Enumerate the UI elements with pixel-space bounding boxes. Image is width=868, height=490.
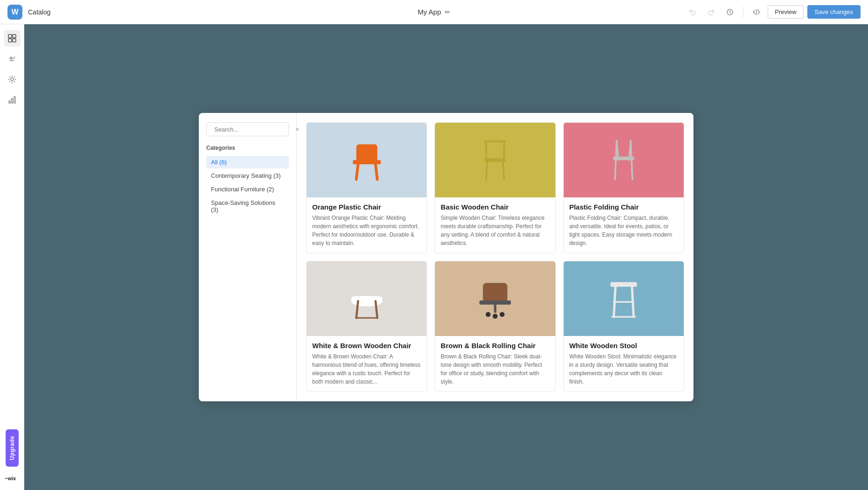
topbar-divider	[743, 7, 743, 18]
catalog-widget: × Categories All (6)Contemporary Seating…	[199, 113, 693, 401]
svg-rect-4	[13, 39, 16, 42]
svg-rect-2	[13, 35, 16, 38]
category-item-functional[interactable]: Functional Furniture (2)	[206, 183, 289, 196]
catalog-sidebar: × Categories All (6)Contemporary Seating…	[199, 113, 297, 401]
nav-icon-settings[interactable]	[4, 71, 21, 88]
undo-button[interactable]	[685, 5, 700, 20]
product-image-white-brown-chair	[307, 261, 427, 336]
product-desc-stool: White Wooden Stool: Minimalistic eleganc…	[569, 352, 678, 386]
left-nav: Upgrade ~wix	[0, 24, 24, 490]
categories-list: All (6)Contemporary Seating (3)Functiona…	[206, 156, 289, 216]
product-card-folding-chair[interactable]: Plastic Folding ChairPlastic Folding Cha…	[563, 122, 684, 253]
product-image-orange-chair	[307, 123, 427, 197]
product-image-wooden-chair	[435, 123, 555, 197]
svg-rect-11	[356, 144, 377, 162]
svg-line-19	[486, 162, 487, 180]
nav-icon-dashboard[interactable]	[4, 30, 21, 47]
product-desc-orange-chair: Vibrant Orange Plastic Chair: Melding mo…	[312, 214, 421, 247]
wix-logo: ~wix	[5, 474, 20, 483]
product-card-orange-chair[interactable]: Orange Plastic ChairVibrant Orange Plast…	[306, 122, 427, 253]
svg-rect-15	[484, 140, 506, 143]
upgrade-button[interactable]: Upgrade	[6, 429, 19, 467]
svg-line-13	[356, 164, 358, 179]
category-item-all[interactable]: All (6)	[206, 156, 289, 168]
product-desc-white-brown-chair: White & Brown Wooden Chair: A harmonious…	[312, 352, 421, 386]
product-image-stool	[564, 261, 684, 336]
product-name-stool: White Wooden Stool	[569, 342, 678, 350]
nav-icon-analytics[interactable]	[4, 91, 21, 108]
product-card-wooden-chair[interactable]: Basic Wooden ChairSimple Wooden Chair: T…	[434, 122, 555, 253]
product-card-rolling-chair[interactable]: Brown & Black Rolling ChairBrown & Black…	[434, 261, 555, 392]
app-logo: W	[7, 5, 22, 20]
svg-rect-3	[8, 39, 12, 42]
product-image-folding-chair	[564, 123, 684, 197]
product-name-orange-chair: Orange Plastic Chair	[312, 203, 421, 211]
svg-rect-37	[610, 282, 637, 287]
product-name-white-brown-chair: White & Brown Wooden Chair	[312, 342, 421, 350]
svg-point-5	[11, 78, 14, 81]
topbar-center: My App ✏	[418, 8, 450, 16]
svg-rect-27	[351, 296, 383, 301]
code-button[interactable]	[749, 5, 764, 20]
svg-line-20	[503, 162, 504, 180]
product-card-white-brown-chair[interactable]: White & Brown Wooden ChairWhite & Brown …	[306, 261, 427, 392]
search-input[interactable]	[214, 126, 293, 133]
redo-button[interactable]	[704, 5, 719, 20]
search-box[interactable]: ×	[206, 122, 289, 136]
product-card-stool[interactable]: White Wooden StoolWhite Wooden Stool: Mi…	[563, 261, 684, 392]
category-item-space-saving[interactable]: Space-Saving Solutions (3)	[206, 196, 289, 216]
svg-text:~wix: ~wix	[5, 476, 16, 481]
save-button[interactable]: Save changes	[807, 5, 861, 19]
app-name-label: My App	[418, 8, 441, 16]
content-area: × Categories All (6)Contemporary Seating…	[24, 24, 868, 490]
product-name-wooden-chair: Basic Wooden Chair	[441, 203, 549, 211]
history-button[interactable]	[722, 5, 737, 20]
product-desc-folding-chair: Plastic Folding Chair: Compact, durable,…	[569, 214, 678, 247]
product-grid: Orange Plastic ChairVibrant Orange Plast…	[297, 113, 693, 401]
svg-point-34	[486, 312, 491, 317]
svg-rect-6	[9, 101, 10, 103]
svg-line-14	[375, 164, 377, 179]
category-item-contemporary[interactable]: Contemporary Seating (3)	[206, 169, 289, 182]
nav-icon-plugins[interactable]	[4, 50, 21, 67]
categories-label: Categories	[206, 145, 289, 151]
preview-button[interactable]: Preview	[768, 5, 803, 19]
svg-rect-8	[14, 97, 15, 103]
main-layout: Upgrade ~wix × Categories All (6)Contemp…	[0, 24, 868, 490]
svg-rect-31	[483, 283, 508, 302]
svg-point-36	[493, 314, 498, 319]
svg-rect-7	[11, 98, 13, 103]
product-desc-wooden-chair: Simple Wooden Chair: Timeless elegance m…	[441, 214, 549, 247]
product-image-rolling-chair	[435, 261, 555, 336]
product-name-folding-chair: Plastic Folding Chair	[569, 203, 678, 211]
svg-rect-1	[8, 35, 12, 38]
edit-app-name-icon[interactable]: ✏	[445, 8, 450, 16]
svg-rect-32	[479, 301, 511, 305]
svg-point-35	[500, 312, 505, 317]
topbar-catalog-label: Catalog	[28, 8, 50, 16]
product-desc-rolling-chair: Brown & Black Rolling Chair: Sleek dual-…	[441, 352, 549, 386]
product-name-rolling-chair: Brown & Black Rolling Chair	[441, 342, 549, 350]
topbar: W Catalog My App ✏ Preview Save changes	[0, 0, 868, 24]
topbar-right: Preview Save changes	[685, 5, 861, 20]
